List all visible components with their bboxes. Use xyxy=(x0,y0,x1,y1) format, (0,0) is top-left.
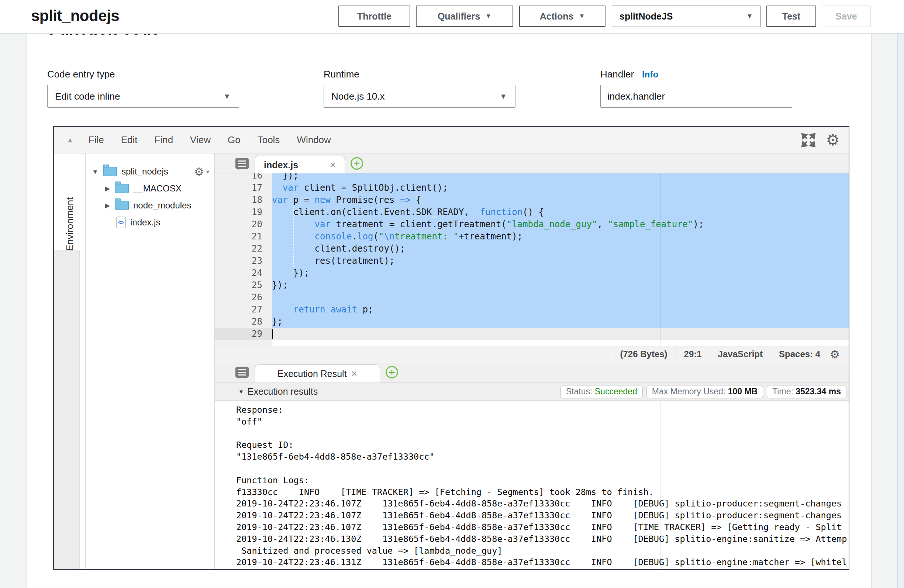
results-tabstrip: Execution Result × + xyxy=(215,362,849,383)
line-number: 17 xyxy=(215,182,272,194)
indentation-indicator[interactable]: Spaces: 4 xyxy=(771,346,828,362)
menu-go[interactable]: Go xyxy=(228,134,240,146)
actions-button[interactable]: Actions ▼ xyxy=(519,6,605,27)
code-line-25[interactable]: 25}); xyxy=(215,279,849,291)
code-line-26[interactable]: 26 xyxy=(215,291,849,303)
tree-item-label: index.js xyxy=(130,217,160,228)
code-line-24[interactable]: 24 }); xyxy=(215,267,849,279)
line-number: 28 xyxy=(215,316,272,328)
sticky-header: split_nodejs Throttle Qualifiers ▼ Actio… xyxy=(0,0,904,33)
code-line-19[interactable]: 19 client.on(client.Event.SDK_READY, fun… xyxy=(215,206,849,218)
tree-item-macosx[interactable]: ▶ __MACOSX xyxy=(85,180,214,197)
caret-down-icon: ▼ xyxy=(485,13,492,20)
menu-view[interactable]: View xyxy=(190,134,211,146)
new-tab-icon[interactable]: + xyxy=(386,366,398,378)
editor-settings-gear-icon[interactable]: ⚙ xyxy=(826,133,840,148)
handler-input[interactable] xyxy=(601,85,792,108)
code-line-28[interactable]: 28}; xyxy=(215,316,849,328)
environment-sidebar: Environment xyxy=(54,153,85,569)
log-line: 2019-10-24T22:23:46.107Z 131e865f-6eb4-4… xyxy=(236,522,849,533)
code-entry-type-field: Code entry type Edit code inline ▼ xyxy=(47,69,239,108)
print-margin-ruler xyxy=(661,401,661,569)
code-line-text: }); xyxy=(272,173,849,182)
code-line-29[interactable]: 29 xyxy=(215,328,849,340)
clipped-section-heading: Function code xyxy=(49,34,270,38)
tab-execution-result[interactable]: Execution Result × xyxy=(254,364,380,383)
language-mode-indicator[interactable]: JavaScript xyxy=(710,346,771,362)
new-tab-icon[interactable]: + xyxy=(351,157,363,170)
tab-list-icon[interactable] xyxy=(235,367,249,378)
line-number: 29 xyxy=(215,328,272,340)
code-line-20[interactable]: 20 var treatment = client.getTreatment("… xyxy=(215,218,849,231)
menu-file[interactable]: File xyxy=(89,134,104,146)
close-icon[interactable]: × xyxy=(351,368,357,379)
line-number: 18 xyxy=(215,194,272,206)
text-cursor xyxy=(272,329,273,339)
code-line-16[interactable]: 16 }); xyxy=(215,173,849,182)
qualifiers-button[interactable]: Qualifiers ▼ xyxy=(416,6,513,27)
js-file-icon: <> xyxy=(116,217,126,228)
code-entry-type-label: Code entry type xyxy=(47,69,239,85)
test-event-select[interactable]: splitNodeJS ▼ xyxy=(612,6,761,27)
execution-log-pane[interactable]: Response:"off" Request ID:"131e865f-6eb4… xyxy=(215,401,849,569)
tree-item-node-modules[interactable]: ▶ node_modules xyxy=(85,197,214,214)
menu-window[interactable]: Window xyxy=(297,134,330,146)
tab-label: Execution Result xyxy=(278,368,347,379)
code-line-22[interactable]: 22 client.destroy(); xyxy=(215,243,849,255)
code-line-23[interactable]: 23 res(treatment); xyxy=(215,255,849,267)
code-entry-type-select[interactable]: Edit code inline ▼ xyxy=(47,85,239,108)
menu-edit[interactable]: Edit xyxy=(121,134,137,146)
collapse-panel-icon[interactable]: ▲ xyxy=(66,136,74,144)
print-margin-ruler xyxy=(661,173,661,346)
code-entry-type-value: Edit code inline xyxy=(55,91,120,102)
tree-settings-control[interactable]: ⚙ ▾ xyxy=(194,165,209,178)
indent-guide xyxy=(293,207,294,267)
runtime-select[interactable]: Node.js 10.x ▼ xyxy=(324,85,515,108)
statusbar-gear-icon[interactable]: ⚙ xyxy=(830,348,840,361)
log-line: Function Logs: xyxy=(236,475,849,487)
code-line-text: client.on(client.Event.SDK_READY, functi… xyxy=(272,206,849,218)
log-line xyxy=(236,428,849,440)
throttle-button[interactable]: Throttle xyxy=(338,6,410,27)
result-badges: Status: Succeeded Max Memory Used: 100 M… xyxy=(561,385,846,398)
close-icon[interactable]: × xyxy=(330,159,336,171)
caret-down-icon: ▾ xyxy=(206,168,209,175)
environment-tab[interactable]: Environment xyxy=(54,187,85,261)
code-rows: 16 });17 var client = SplitObj.client();… xyxy=(215,173,849,340)
menubar-icons: ⚙ xyxy=(801,127,840,153)
code-line-text: var treatment = client.getTreatment("lam… xyxy=(272,218,849,231)
caret-right-icon[interactable]: ▶ xyxy=(105,185,115,193)
code-line-21[interactable]: 21 console.log("\ntreatment: "+treatment… xyxy=(215,231,849,243)
editor-tabstrip: index.js × + xyxy=(215,153,849,173)
browser-scrollbar-strip[interactable] xyxy=(898,33,904,588)
code-line-text xyxy=(272,328,849,340)
menu-find[interactable]: Find xyxy=(155,134,174,146)
tree-item-index-js[interactable]: <> index.js xyxy=(85,214,214,231)
tree-item-split-nodejs[interactable]: ▾ split_nodejs ⚙ ▾ xyxy=(85,163,214,180)
code-line-text: client.destroy(); xyxy=(272,243,849,255)
handler-info-link[interactable]: Info xyxy=(642,70,658,79)
code-line-17[interactable]: 17 var client = SplitObj.client(); xyxy=(215,182,849,194)
code-line-text: }; xyxy=(272,316,849,328)
log-line: Request ID: xyxy=(236,439,849,451)
line-number: 16 xyxy=(215,173,272,182)
code-editor-viewport[interactable]: 16 });17 var client = SplitObj.client();… xyxy=(215,173,849,346)
tab-list-icon[interactable] xyxy=(235,158,249,169)
execution-results-toggle[interactable]: ▼ Execution results xyxy=(239,386,318,397)
log-line: Sanitized and processed value => [lambda… xyxy=(236,545,849,557)
code-line-27[interactable]: 27 return await p; xyxy=(215,303,849,316)
cursor-position-indicator[interactable]: 29:1 xyxy=(676,346,710,362)
editor-menubar: ▲ File Edit Find View Go Tools Window ⚙ xyxy=(54,127,849,153)
line-number: 23 xyxy=(215,255,272,267)
test-button[interactable]: Test xyxy=(767,6,816,27)
runtime-field: Runtime Node.js 10.x ▼ xyxy=(324,69,515,108)
tab-index-js[interactable]: index.js × xyxy=(254,156,345,174)
caret-right-icon[interactable]: ▶ xyxy=(105,202,115,210)
caret-down-icon[interactable]: ▾ xyxy=(93,167,103,176)
save-button[interactable]: Save xyxy=(822,6,871,27)
fullscreen-icon[interactable] xyxy=(801,133,816,148)
cloud9-editor: ▲ File Edit Find View Go Tools Window ⚙ xyxy=(53,126,849,570)
execution-results-title: Execution results xyxy=(248,386,318,397)
code-line-18[interactable]: 18var p = new Promise(res => { xyxy=(215,194,849,206)
menu-tools[interactable]: Tools xyxy=(258,134,280,146)
